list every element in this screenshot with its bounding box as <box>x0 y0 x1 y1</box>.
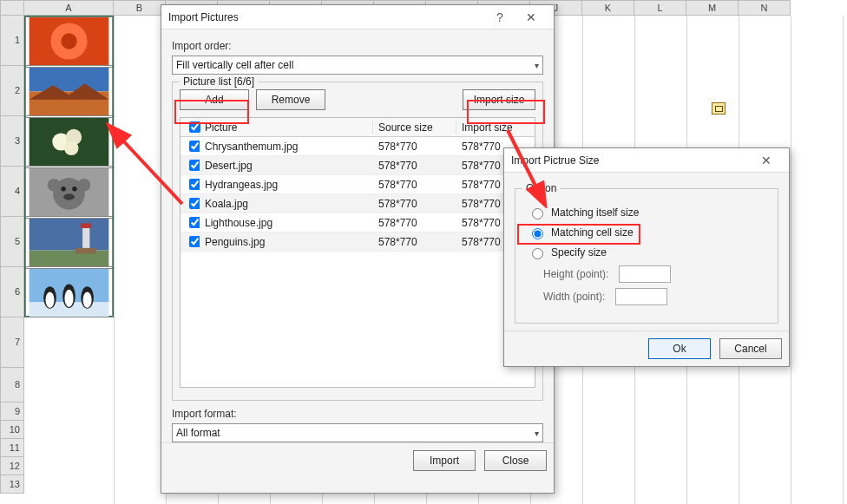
import-format-value: All format <box>176 427 220 439</box>
row-header-9[interactable]: 9 <box>0 403 24 421</box>
row-header-8[interactable]: 8 <box>0 368 24 403</box>
cell-a5-image[interactable] <box>25 218 113 267</box>
svg-point-28 <box>83 292 92 308</box>
chevron-down-icon: ▾ <box>535 61 539 70</box>
row-checkbox[interactable] <box>189 160 200 171</box>
import-size-button[interactable]: Import size <box>463 89 535 110</box>
ok-button[interactable]: Ok <box>648 338 711 359</box>
table-row[interactable]: Chrysanthemum.jpg 578*770 578*770 <box>181 137 535 156</box>
cell-a2-image[interactable] <box>25 67 113 116</box>
col-header-m[interactable]: M <box>686 0 739 16</box>
dialog-titlebar[interactable]: Import Pictures ? ✕ <box>161 5 554 29</box>
cell-a6-image[interactable] <box>25 268 113 317</box>
row-header-2[interactable]: 2 <box>0 66 24 116</box>
pic-src: 578*770 <box>373 217 456 229</box>
svg-point-2 <box>61 33 76 49</box>
pic-name: Chrysanthemum.jpg <box>200 141 373 153</box>
table-row[interactable]: Hydrangeas.jpg 578*770 578*770 <box>181 175 535 194</box>
row-header-12[interactable]: 12 <box>0 457 24 475</box>
close-button[interactable]: Close <box>484 450 547 471</box>
picture-list-legend: Picture list [6/6] <box>180 75 258 88</box>
cancel-button[interactable]: Cancel <box>719 338 782 359</box>
remove-button[interactable]: Remove <box>256 89 325 110</box>
cell-a3-image[interactable] <box>25 117 113 167</box>
radio-label: Matching cell size <box>551 226 634 239</box>
row-header-13[interactable]: 13 <box>0 475 24 494</box>
svg-point-14 <box>48 179 61 192</box>
import-order-label: Import order: <box>172 40 543 52</box>
row-header-3[interactable]: 3 <box>0 116 24 167</box>
dialog-title: Import Pictures <box>168 11 484 23</box>
help-button[interactable]: ? <box>484 10 515 24</box>
col-header-k[interactable]: K <box>582 0 634 16</box>
svg-point-24 <box>45 292 54 308</box>
import-pictures-dialog: Import Pictures ? ✕ Import order: Fill v… <box>161 4 555 494</box>
svg-point-13 <box>63 193 75 200</box>
width-label: Width (point): <box>543 291 605 303</box>
row-header-6[interactable]: 6 <box>0 267 24 317</box>
row-header-11[interactable]: 11 <box>0 439 24 457</box>
col-header-l[interactable]: L <box>634 0 686 16</box>
width-input[interactable] <box>615 288 667 305</box>
table-row[interactable]: Desert.jpg 578*770 578*770 <box>181 156 535 175</box>
pic-name: Hydrangeas.jpg <box>200 179 373 191</box>
col-picture[interactable]: Picture <box>200 121 373 134</box>
smart-tag-icon[interactable] <box>712 102 726 115</box>
col-header-n[interactable]: N <box>739 0 791 16</box>
cell-a1-image[interactable] <box>25 16 113 66</box>
row-header-1[interactable]: 1 <box>0 16 24 66</box>
chevron-down-icon: ▾ <box>535 429 539 438</box>
pic-src: 578*770 <box>373 141 456 153</box>
row-checkbox[interactable] <box>189 141 200 152</box>
col-header-b[interactable]: B <box>114 0 166 16</box>
pic-name: Koala.jpg <box>200 198 373 210</box>
dialog-titlebar[interactable]: Import Pictrue Size ✕ <box>504 148 789 173</box>
col-source-size[interactable]: Source size <box>373 121 456 134</box>
import-order-value: Fill vertically cell after cell <box>176 59 293 71</box>
row-headers: 1 2 3 4 5 6 7 8 9 10 11 12 13 <box>0 16 24 494</box>
table-row[interactable]: Lighthouse.jpg 578*770 578*770 <box>181 213 535 232</box>
svg-rect-20 <box>76 248 96 253</box>
svg-point-26 <box>64 290 73 307</box>
import-button[interactable]: Import <box>413 450 476 471</box>
radio-specify-size[interactable]: Specify size <box>528 245 765 259</box>
row-header-10[interactable]: 10 <box>0 421 24 439</box>
add-button[interactable]: Add <box>180 89 249 110</box>
row-header-7[interactable]: 7 <box>0 317 24 368</box>
radio-matching-cell[interactable]: Matching cell size <box>528 226 765 239</box>
svg-rect-16 <box>30 219 109 251</box>
table-row[interactable]: Penguins.jpg 578*770 578*770 <box>181 232 535 252</box>
table-row[interactable]: Koala.jpg 578*770 578*770 <box>181 194 535 213</box>
select-all-corner[interactable] <box>0 0 24 16</box>
close-icon[interactable]: ✕ <box>515 10 547 24</box>
row-checkbox[interactable] <box>189 236 200 247</box>
pic-name: Penguins.jpg <box>200 236 373 248</box>
picture-table: Picture Source size Import size Chrysant… <box>180 117 535 388</box>
import-format-combo[interactable]: All format ▾ <box>172 423 543 442</box>
pic-name: Lighthouse.jpg <box>200 217 373 229</box>
col-import-size[interactable]: Import size <box>456 121 535 134</box>
svg-rect-3 <box>30 68 109 92</box>
svg-rect-19 <box>81 224 91 229</box>
svg-point-8 <box>64 141 79 156</box>
radio-matching-itself[interactable]: Matching itself size <box>528 206 765 219</box>
radio-label: Matching itself size <box>551 206 639 219</box>
table-header: Picture Source size Import size <box>181 118 535 137</box>
svg-point-12 <box>72 187 77 192</box>
dialog-title: Import Pictrue Size <box>511 154 751 167</box>
row-header-4[interactable]: 4 <box>0 167 24 217</box>
row-header-5[interactable]: 5 <box>0 217 24 267</box>
option-legend: Option <box>522 182 560 194</box>
svg-point-15 <box>78 179 91 192</box>
col-header-a[interactable]: A <box>24 0 114 16</box>
import-format-label: Import format: <box>172 408 543 420</box>
import-order-combo[interactable]: Fill vertically cell after cell ▾ <box>172 56 543 75</box>
select-all-checkbox[interactable] <box>181 119 200 135</box>
row-checkbox[interactable] <box>189 179 200 190</box>
pic-src: 578*770 <box>373 236 456 248</box>
cell-a4-image[interactable] <box>25 167 113 217</box>
row-checkbox[interactable] <box>189 198 200 209</box>
row-checkbox[interactable] <box>189 217 200 228</box>
close-icon[interactable]: ✕ <box>751 154 782 167</box>
height-input[interactable] <box>619 265 671 283</box>
